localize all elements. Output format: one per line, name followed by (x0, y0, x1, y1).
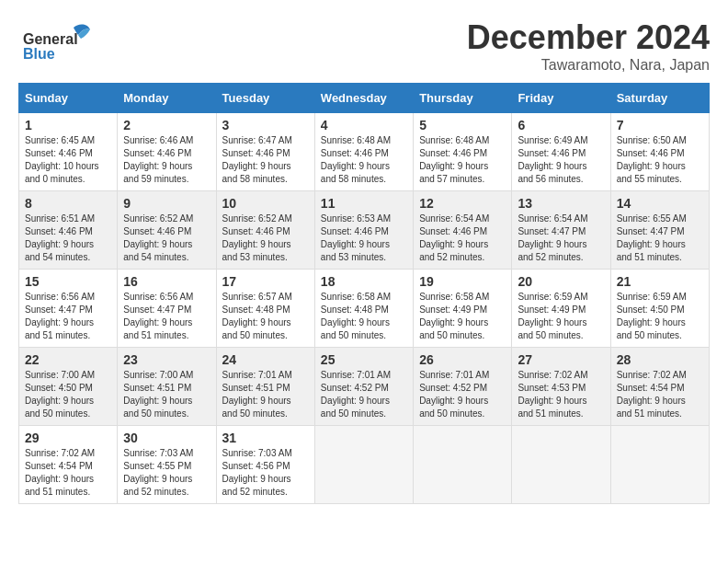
calendar-cell: 1 Sunrise: 6:45 AMSunset: 4:46 PMDayligh… (19, 113, 118, 191)
day-info: Sunrise: 6:48 AMSunset: 4:46 PMDaylight:… (419, 134, 506, 186)
day-info: Sunrise: 6:50 AMSunset: 4:46 PMDaylight:… (617, 134, 703, 186)
day-number: 25 (321, 352, 407, 367)
title-area: December 2024 Tawaramoto, Nara, Japan (467, 18, 710, 74)
day-number: 20 (518, 274, 604, 289)
day-info: Sunrise: 6:59 AMSunset: 4:50 PMDaylight:… (617, 291, 703, 342)
calendar-cell: 24 Sunrise: 7:01 AMSunset: 4:51 PMDaylig… (216, 348, 314, 426)
calendar-cell: 15 Sunrise: 6:56 AMSunset: 4:47 PMDaylig… (19, 270, 118, 348)
calendar-cell: 8 Sunrise: 6:51 AMSunset: 4:46 PMDayligh… (19, 191, 118, 270)
day-number: 9 (123, 196, 210, 211)
day-number: 8 (25, 196, 111, 211)
day-number: 2 (123, 118, 210, 132)
header-day-tuesday: Tuesday (216, 84, 314, 113)
calendar-cell: 2 Sunrise: 6:46 AMSunset: 4:46 PMDayligh… (118, 113, 216, 191)
day-number: 28 (617, 352, 703, 367)
calendar-cell: 4 Sunrise: 6:48 AMSunset: 4:46 PMDayligh… (314, 113, 413, 191)
day-number: 15 (25, 274, 111, 289)
header-day-wednesday: Wednesday (314, 84, 413, 113)
calendar-cell: 9 Sunrise: 6:52 AMSunset: 4:46 PMDayligh… (118, 191, 216, 270)
day-number: 10 (222, 196, 309, 211)
day-info: Sunrise: 7:03 AMSunset: 4:56 PMDaylight:… (222, 447, 309, 499)
calendar-cell: 17 Sunrise: 6:57 AMSunset: 4:48 PMDaylig… (216, 270, 314, 348)
calendar-cell: 28 Sunrise: 7:02 AMSunset: 4:54 PMDaylig… (610, 348, 709, 426)
calendar-cell: 19 Sunrise: 6:58 AMSunset: 4:49 PMDaylig… (414, 270, 512, 348)
day-info: Sunrise: 6:46 AMSunset: 4:46 PMDaylight:… (123, 134, 210, 186)
day-info: Sunrise: 7:03 AMSunset: 4:55 PMDaylight:… (123, 447, 210, 499)
day-number: 1 (25, 118, 111, 132)
day-number: 19 (419, 274, 506, 289)
calendar-cell: 5 Sunrise: 6:48 AMSunset: 4:46 PMDayligh… (414, 113, 512, 191)
day-number: 14 (617, 196, 703, 211)
day-info: Sunrise: 6:48 AMSunset: 4:46 PMDaylight:… (321, 134, 407, 186)
day-info: Sunrise: 7:01 AMSunset: 4:52 PMDaylight:… (419, 369, 506, 420)
header-day-sunday: Sunday (19, 84, 118, 113)
day-number: 5 (419, 118, 506, 132)
day-number: 4 (321, 118, 407, 132)
header-day-saturday: Saturday (610, 84, 709, 113)
calendar-cell: 11 Sunrise: 6:53 AMSunset: 4:46 PMDaylig… (314, 191, 413, 270)
day-info: Sunrise: 7:00 AMSunset: 4:51 PMDaylight:… (123, 369, 210, 420)
day-number: 27 (518, 352, 604, 367)
day-info: Sunrise: 7:02 AMSunset: 4:53 PMDaylight:… (518, 369, 604, 420)
week-row-3: 15 Sunrise: 6:56 AMSunset: 4:47 PMDaylig… (19, 270, 710, 348)
day-info: Sunrise: 6:58 AMSunset: 4:49 PMDaylight:… (419, 291, 506, 342)
day-info: Sunrise: 6:49 AMSunset: 4:46 PMDaylight:… (518, 134, 604, 186)
header-day-friday: Friday (512, 84, 610, 113)
calendar-cell: 7 Sunrise: 6:50 AMSunset: 4:46 PMDayligh… (610, 113, 709, 191)
day-info: Sunrise: 7:01 AMSunset: 4:51 PMDaylight:… (222, 369, 309, 420)
day-number: 3 (222, 118, 309, 132)
calendar-cell: 16 Sunrise: 6:56 AMSunset: 4:47 PMDaylig… (118, 270, 216, 348)
day-info: Sunrise: 6:54 AMSunset: 4:47 PMDaylight:… (518, 213, 604, 264)
calendar-table: SundayMondayTuesdayWednesdayThursdayFrid… (18, 83, 710, 504)
calendar-cell: 25 Sunrise: 7:01 AMSunset: 4:52 PMDaylig… (314, 348, 413, 426)
logo: General Blue (18, 18, 101, 64)
calendar-cell: 3 Sunrise: 6:47 AMSunset: 4:46 PMDayligh… (216, 113, 314, 191)
day-info: Sunrise: 6:45 AMSunset: 4:46 PMDaylight:… (25, 134, 111, 186)
day-number: 21 (617, 274, 703, 289)
calendar-cell: 14 Sunrise: 6:55 AMSunset: 4:47 PMDaylig… (610, 191, 709, 270)
day-number: 17 (222, 274, 309, 289)
day-info: Sunrise: 6:58 AMSunset: 4:48 PMDaylight:… (321, 291, 407, 342)
day-number: 23 (123, 352, 210, 367)
day-number: 12 (419, 196, 506, 211)
week-row-4: 22 Sunrise: 7:00 AMSunset: 4:50 PMDaylig… (19, 348, 710, 426)
day-number: 6 (518, 118, 604, 132)
calendar-cell (314, 426, 413, 504)
day-info: Sunrise: 6:56 AMSunset: 4:47 PMDaylight:… (25, 291, 111, 342)
day-info: Sunrise: 6:47 AMSunset: 4:46 PMDaylight:… (222, 134, 309, 186)
logo-icon: General Blue (18, 18, 101, 64)
day-info: Sunrise: 7:02 AMSunset: 4:54 PMDaylight:… (617, 369, 703, 420)
day-number: 30 (123, 431, 210, 445)
day-info: Sunrise: 7:02 AMSunset: 4:54 PMDaylight:… (25, 447, 111, 499)
day-info: Sunrise: 6:59 AMSunset: 4:49 PMDaylight:… (518, 291, 604, 342)
calendar-cell: 27 Sunrise: 7:02 AMSunset: 4:53 PMDaylig… (512, 348, 610, 426)
day-number: 31 (222, 431, 309, 445)
header-day-monday: Monday (118, 84, 216, 113)
day-info: Sunrise: 6:53 AMSunset: 4:46 PMDaylight:… (321, 213, 407, 264)
day-number: 18 (321, 274, 407, 289)
day-info: Sunrise: 7:00 AMSunset: 4:50 PMDaylight:… (25, 369, 111, 420)
calendar-title: December 2024 (467, 18, 710, 57)
day-number: 11 (321, 196, 407, 211)
calendar-cell: 31 Sunrise: 7:03 AMSunset: 4:56 PMDaylig… (216, 426, 314, 504)
day-number: 13 (518, 196, 604, 211)
calendar-cell (512, 426, 610, 504)
day-info: Sunrise: 6:52 AMSunset: 4:46 PMDaylight:… (222, 213, 309, 264)
day-info: Sunrise: 6:54 AMSunset: 4:46 PMDaylight:… (419, 213, 506, 264)
header-day-thursday: Thursday (414, 84, 512, 113)
day-number: 26 (419, 352, 506, 367)
svg-text:Blue: Blue (23, 46, 55, 62)
calendar-cell: 30 Sunrise: 7:03 AMSunset: 4:55 PMDaylig… (118, 426, 216, 504)
calendar-cell: 29 Sunrise: 7:02 AMSunset: 4:54 PMDaylig… (19, 426, 118, 504)
calendar-cell: 6 Sunrise: 6:49 AMSunset: 4:46 PMDayligh… (512, 113, 610, 191)
calendar-cell: 13 Sunrise: 6:54 AMSunset: 4:47 PMDaylig… (512, 191, 610, 270)
week-row-1: 1 Sunrise: 6:45 AMSunset: 4:46 PMDayligh… (19, 113, 710, 191)
day-info: Sunrise: 7:01 AMSunset: 4:52 PMDaylight:… (321, 369, 407, 420)
day-number: 22 (25, 352, 111, 367)
day-number: 16 (123, 274, 210, 289)
week-row-5: 29 Sunrise: 7:02 AMSunset: 4:54 PMDaylig… (19, 426, 710, 504)
calendar-cell: 26 Sunrise: 7:01 AMSunset: 4:52 PMDaylig… (414, 348, 512, 426)
day-info: Sunrise: 6:51 AMSunset: 4:46 PMDaylight:… (25, 213, 111, 264)
week-row-2: 8 Sunrise: 6:51 AMSunset: 4:46 PMDayligh… (19, 191, 710, 270)
day-info: Sunrise: 6:56 AMSunset: 4:47 PMDaylight:… (123, 291, 210, 342)
